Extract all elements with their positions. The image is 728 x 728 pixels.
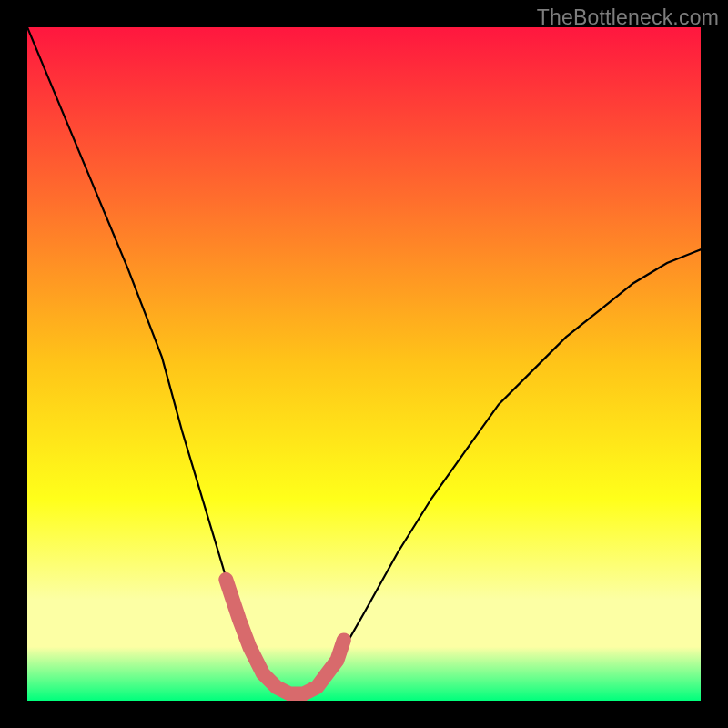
chart-svg — [27, 27, 701, 701]
watermark-text: TheBottleneck.com — [537, 5, 719, 30]
gradient-background — [27, 27, 701, 701]
plot-area — [27, 27, 701, 701]
chart-frame: TheBottleneck.com — [0, 0, 728, 728]
